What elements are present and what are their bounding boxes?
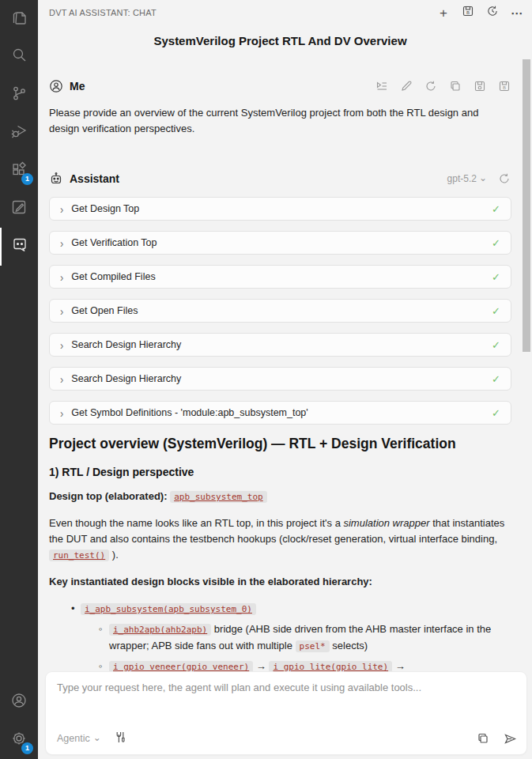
tool-call-get-symbol-definitions[interactable]: › Get Symbol Definitions - 'module:apb_s… <box>49 401 511 425</box>
panel-actions: + B ⋯ <box>436 6 524 20</box>
more-actions-button[interactable]: ⋯ <box>510 6 524 20</box>
code-link-i-apb-subsystem[interactable]: i_apb_subsystem(apb_subsystem_0) <box>81 603 256 615</box>
tool-call-get-verification-top[interactable]: › Get Verification Top ✓ <box>49 231 511 255</box>
sidebar-item-source-control[interactable] <box>0 76 38 114</box>
chat-bubble-icon <box>10 236 29 258</box>
sidebar-item-dvt-ai-chat[interactable] <box>0 228 38 266</box>
git-branch-icon <box>9 84 28 106</box>
plus-icon: + <box>440 6 447 20</box>
chevron-right-icon: › <box>60 236 63 249</box>
scrollbar-thumb[interactable] <box>523 59 530 352</box>
composer-toolbar: Agentic ⌄ <box>57 731 517 746</box>
tool-call-label: Get Symbol Definitions - 'module:apb_sub… <box>71 407 308 418</box>
tool-call-search-design-hierarchy-1[interactable]: › Search Design Hierarchy ✓ <box>49 333 511 357</box>
chevron-right-icon: › <box>60 202 63 215</box>
copy-message-button[interactable] <box>448 79 462 93</box>
code-link-run-test[interactable]: run_test() <box>49 549 109 561</box>
copy-prompt-button[interactable] <box>476 731 490 746</box>
chevron-right-icon: › <box>60 372 63 385</box>
tool-call-get-compiled-files[interactable]: › Get Compiled Files ✓ <box>49 265 511 289</box>
save-chat-button[interactable]: B <box>461 6 475 20</box>
user-message-text: Please provide an overview of the curren… <box>49 105 504 137</box>
response-heading-2: 1) RTL / Design perspective <box>49 466 511 478</box>
code-link-apb-subsystem-top[interactable]: apb_subsystem_top <box>170 491 267 503</box>
tool-call-label: Search Design Hierarchy <box>71 339 181 350</box>
debug-icon <box>9 122 28 144</box>
assistant-response-markdown: Project overview (SystemVerilog) — RTL +… <box>49 436 511 696</box>
design-top-label: Design top (elaborated): <box>49 490 168 502</box>
app-window: 1 1 DVT AI ASSISTANT: CHAT + B ⋯ <box>0 0 532 759</box>
tool-call-list: › Get Design Top ✓ › Get Verification To… <box>49 197 511 425</box>
list-text: → <box>253 660 269 672</box>
tool-call-label: Search Design Hierarchy <box>71 373 181 384</box>
user-message-actions: B <box>375 79 511 93</box>
composer-input[interactable]: Type your request here, the agent will p… <box>46 672 526 693</box>
regenerate-button[interactable] <box>424 79 438 93</box>
send-button[interactable] <box>503 731 517 746</box>
more-icon: ⋯ <box>511 7 523 19</box>
run-from-here-button[interactable] <box>375 79 389 93</box>
sidebar-item-settings[interactable]: 1 <box>0 721 38 759</box>
model-name: gpt-5.2 <box>447 173 477 184</box>
tools-button[interactable] <box>114 731 128 746</box>
svg-text:B: B <box>466 10 470 15</box>
model-selector[interactable]: gpt-5.2 ⌄ <box>447 173 487 184</box>
edit-message-button[interactable] <box>399 79 413 93</box>
tool-call-label: Get Compiled Files <box>71 271 155 282</box>
bullet-icon: • <box>71 601 75 617</box>
check-icon: ✓ <box>492 373 500 385</box>
panel-title: DVT AI ASSISTANT: CHAT <box>49 8 157 17</box>
new-chat-button[interactable]: + <box>436 6 451 20</box>
tool-call-search-design-hierarchy-2[interactable]: › Search Design Hierarchy ✓ <box>49 367 511 391</box>
chevron-right-icon: › <box>60 338 63 351</box>
user-author-label: Me <box>70 80 85 93</box>
sidebar-item-explorer[interactable] <box>0 0 38 38</box>
user-message-header: Me B <box>49 79 511 93</box>
check-icon: ✓ <box>492 339 500 351</box>
code-link-i-ahb2apb[interactable]: i_ahb2apb(ahb2apb) <box>109 624 211 636</box>
save-snippet-b-button[interactable]: B <box>497 79 511 93</box>
list-text: → <box>392 660 406 672</box>
paragraph-text: Even though the name looks like an RTL t… <box>49 517 343 529</box>
activity-bar: 1 1 <box>0 0 38 759</box>
svg-text:B: B <box>503 85 506 90</box>
chevron-down-icon: ⌄ <box>479 176 487 181</box>
assistant-message-actions: gpt-5.2 ⌄ <box>447 172 511 186</box>
activity-bar-spacer <box>0 266 38 683</box>
chevron-right-icon: › <box>60 270 63 283</box>
design-top-line: Design top (elaborated): apb_subsystem_t… <box>49 489 511 505</box>
tool-call-get-open-files[interactable]: › Get Open Files ✓ <box>49 299 511 323</box>
response-heading-1: Project overview (SystemVerilog) — RTL +… <box>49 436 511 452</box>
history-button[interactable] <box>485 6 500 20</box>
sidebar-item-account[interactable] <box>0 683 38 721</box>
retry-response-button[interactable] <box>497 172 511 186</box>
paragraph-emphasis: simulation wrapper <box>343 517 429 529</box>
sidebar-item-dvt-notebook[interactable] <box>0 190 38 228</box>
chat-content: SystemVerilog Project RTL And DV Overvie… <box>38 34 532 696</box>
save-snippet-a-button[interactable] <box>473 79 487 93</box>
tool-call-label: Get Open Files <box>71 305 138 316</box>
paragraph-text: ). <box>109 549 119 561</box>
mode-selector[interactable]: Agentic ⌄ <box>57 733 101 744</box>
tool-call-label: Get Verification Top <box>71 237 157 248</box>
chat-panel: DVT AI ASSISTANT: CHAT + B ⋯ SystemVeril… <box>38 0 532 759</box>
user-avatar-icon <box>49 79 63 93</box>
check-icon: ✓ <box>492 237 500 249</box>
list-item: •i_apb_subsystem(apb_subsystem_0) <box>49 601 511 617</box>
key-blocks-label: Key instantiated design blocks visible i… <box>49 574 511 590</box>
check-icon: ✓ <box>492 203 500 215</box>
tool-call-get-design-top[interactable]: › Get Design Top ✓ <box>49 197 511 221</box>
code-link-i-gpio-veneer[interactable]: i_gpio_veneer(gpio_veneer) <box>109 661 253 673</box>
sidebar-item-extensions[interactable]: 1 <box>0 152 38 190</box>
assistant-message-header: Assistant gpt-5.2 ⌄ <box>49 172 511 186</box>
conversation-title: SystemVerilog Project RTL And DV Overvie… <box>49 34 511 47</box>
tool-call-label: Get Design Top <box>71 203 139 214</box>
list-item: ◦i_ahb2apb(ahb2apb) bridge (AHB side dri… <box>49 621 504 655</box>
chevron-right-icon: › <box>60 304 63 317</box>
code-psel: psel* <box>296 640 330 652</box>
code-link-i-gpio-lite[interactable]: i_gpio_lite(gpio_lite) <box>269 661 392 673</box>
sidebar-item-run-debug[interactable] <box>0 114 38 152</box>
sidebar-item-search[interactable] <box>0 38 38 76</box>
composer-right-actions <box>476 731 517 746</box>
mode-label: Agentic <box>57 733 90 744</box>
